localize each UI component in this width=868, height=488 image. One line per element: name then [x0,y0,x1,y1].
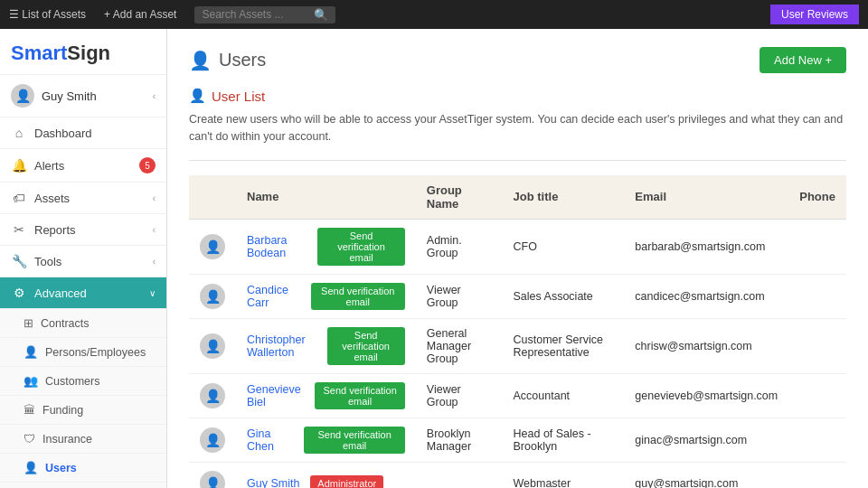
user-name-link[interactable]: Christopher Wallerton [247,333,316,359]
badge-button[interactable]: Administrator [310,475,383,489]
row-jobtitle-cell: Sales Associate [503,274,625,318]
row-email-cell: genevieveb@smartsign.com [624,373,788,418]
sidebar-item-reports[interactable]: ✂ Reports ‹ [0,214,166,246]
list-assets-link[interactable]: ☰ List of Assets [9,8,86,21]
row-group-cell: Admin. Group [416,219,503,274]
assets-icon: 🏷 [11,191,27,205]
row-email-cell: barbarab@smartsign.com [624,219,788,274]
row-avatar-cell: 👤 [189,318,236,373]
sidebar-item-users[interactable]: 👤 Users [0,454,166,483]
row-avatar-cell: 👤 [189,219,236,274]
badge-button[interactable]: Send verification email [315,382,404,409]
section-title: 👤 User List [189,88,846,104]
user-table: Name Group Name Job title Email Phone 👤 … [189,175,846,489]
row-avatar-cell: 👤 [189,418,236,462]
row-group-cell [416,462,503,488]
col-jobtitle-header: Job title [503,175,625,220]
row-name-cell: Barbara BodeanSend verification email [236,219,416,274]
page-title-icon: 👤 [189,50,212,71]
badge-button[interactable]: Send verification email [311,283,405,310]
sidebar-sub-item-label: Users [45,462,77,474]
row-email-cell: ginac@smartsign.com [624,418,788,462]
row-phone-cell [788,462,846,488]
table-header-row: Name Group Name Job title Email Phone [189,175,846,220]
row-email-cell: chrisw@smartsign.com [624,318,788,373]
add-asset-label: + Add an Asset [104,8,176,21]
sidebar-item-label: Tools [34,255,61,268]
user-name-link[interactable]: Barbara Bodean [247,234,307,259]
sidebar-item-label: Assets [34,192,70,205]
sidebar-item-insurance[interactable]: 🛡 Insurance [0,425,166,454]
row-phone-cell [788,373,846,418]
sidebar-item-label: Dashboard [34,127,92,140]
add-asset-link[interactable]: + Add an Asset [104,8,176,21]
avatar: 👤 [200,333,225,359]
avatar: 👤 [200,471,225,489]
user-name-link[interactable]: Genevieve Biel [247,383,304,408]
badge-button[interactable]: Send verification email [304,427,404,454]
sidebar-user[interactable]: 👤 Guy Smith ‹ [0,75,166,117]
row-name-cell: Gina ChenSend verification email [236,418,416,462]
sidebar-sub-item-label: Persons/Employees [45,346,146,359]
dashboard-icon: ⌂ [11,126,27,140]
customers-icon: 👥 [24,374,38,388]
sidebar-item-persons-employees[interactable]: 👤 Persons/Employees [0,338,166,367]
sidebar-item-contracts[interactable]: ⊞ Contracts [0,309,166,338]
user-name-link[interactable]: Guy Smith [247,477,299,489]
row-email-cell: guy@smartsign.com [624,462,788,488]
row-group-cell: Viewer Group [416,274,503,318]
main-layout: SmartSign 👤 Guy Smith ‹ ⌂ Dashboard 🔔 Al… [0,29,868,488]
row-jobtitle-cell: Accountant [503,373,625,418]
row-phone-cell [788,318,846,373]
row-avatar-cell: 👤 [189,462,236,488]
row-name-cell: Christopher WallertonSend verification e… [236,318,416,373]
section-description: Create new users who will be able to acc… [189,111,846,145]
table-row: 👤 Barbara BodeanSend verification emailA… [189,219,846,274]
avatar: 👤 [200,284,225,309]
row-phone-cell [788,274,846,318]
name-cell: Barbara BodeanSend verification email [247,228,405,266]
page-header: 👤 Users Add New + [189,47,846,73]
sidebar-item-security-groups[interactable]: 👥 Security Groups [0,483,166,488]
sidebar-item-label: Reports [34,223,76,237]
badge-button[interactable]: Send verification email [317,228,405,266]
col-email-header: Email [624,175,788,220]
divider [189,160,846,161]
table-row: 👤 Genevieve BielSend verification emailV… [189,373,846,418]
sidebar-sub-item-label: Customers [45,375,99,388]
col-name-header: Name [236,175,416,220]
row-jobtitle-cell: Webmaster [503,462,625,488]
col-avatar-header [189,175,236,220]
user-name: Guy Smith [42,89,97,103]
badge-button[interactable]: Send verification email [327,327,405,365]
sidebar: SmartSign 👤 Guy Smith ‹ ⌂ Dashboard 🔔 Al… [0,29,167,488]
user-name-link[interactable]: Candice Carr [247,284,300,309]
sidebar-item-assets[interactable]: 🏷 Assets ‹ [0,183,166,214]
sidebar-item-funding[interactable]: 🏛 Funding [0,396,166,425]
add-new-button[interactable]: Add New + [760,47,846,73]
search-box[interactable]: 🔍 [194,6,335,23]
name-cell: Candice CarrSend verification email [247,283,405,310]
search-input[interactable] [202,8,310,21]
sidebar-item-dashboard[interactable]: ⌂ Dashboard [0,117,166,149]
user-arrow-icon: ‹ [153,91,156,101]
row-group-cell: Viewer Group [416,373,503,418]
table-row: 👤 Gina ChenSend verification emailBrookl… [189,418,846,462]
row-jobtitle-cell: Customer Service Representative [503,318,625,373]
page-title: 👤 Users [189,50,266,71]
sidebar-item-advanced[interactable]: ⚙ Advanced ∨ [0,277,166,309]
sidebar-item-customers[interactable]: 👥 Customers [0,367,166,396]
user-reviews-button[interactable]: User Reviews [770,5,859,24]
sidebar-item-alerts[interactable]: 🔔 Alerts 5 [0,149,166,183]
reports-icon: ✂ [11,222,27,237]
funding-icon: 🏛 [24,403,35,417]
avatar: 👤 [200,383,225,408]
table-row: 👤 Candice CarrSend verification emailVie… [189,274,846,318]
sidebar-sub-item-label: Funding [42,404,83,417]
insurance-icon: 🛡 [24,432,35,446]
users-icon: 👤 [24,461,38,474]
row-phone-cell [788,418,846,462]
user-name-link[interactable]: Gina Chen [247,427,293,453]
sidebar-item-tools[interactable]: 🔧 Tools ‹ [0,246,166,277]
section-title-text: User List [212,89,265,104]
